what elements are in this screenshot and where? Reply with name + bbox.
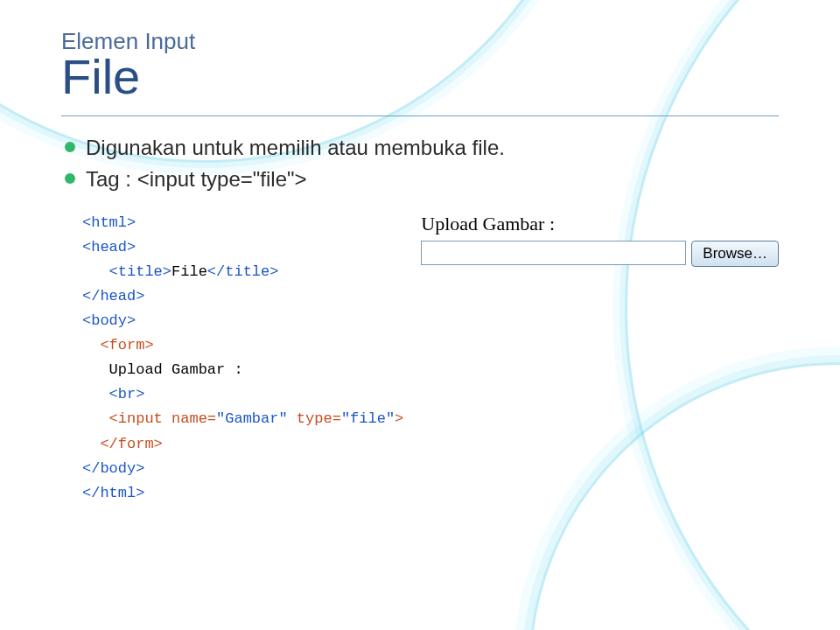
file-path-input[interactable] bbox=[421, 241, 686, 265]
code-token: <br> bbox=[109, 386, 145, 402]
code-token: > bbox=[395, 410, 403, 427]
bullet-list: Digunakan untuk memilih atau membuka fil… bbox=[61, 132, 779, 195]
code-token: </form> bbox=[100, 436, 162, 452]
code-token: <html> bbox=[82, 214, 136, 231]
code-token: <body> bbox=[82, 312, 136, 329]
code-token: "file" bbox=[341, 410, 395, 427]
code-sample: <html><head> <title>File</title></head><… bbox=[79, 207, 403, 506]
code-token: Upload Gambar : bbox=[109, 361, 243, 378]
code-token: <title> bbox=[109, 263, 172, 280]
bullet-item: Digunakan untuk memilih atau membuka fil… bbox=[61, 132, 779, 164]
browse-button[interactable]: Browse… bbox=[691, 241, 779, 267]
code-token: <input bbox=[109, 410, 172, 427]
upload-label: Upload Gambar : bbox=[421, 213, 779, 235]
code-token: </title> bbox=[207, 263, 279, 280]
code-token: <head> bbox=[82, 239, 136, 256]
code-token: name= bbox=[172, 410, 216, 427]
heading-title: File bbox=[61, 52, 779, 103]
slide-heading: Elemen Input File bbox=[61, 30, 779, 103]
code-token: type= bbox=[288, 410, 341, 427]
heading-underline bbox=[61, 116, 779, 116]
heading-overline: Elemen Input bbox=[61, 30, 779, 53]
code-token: </html> bbox=[82, 485, 144, 501]
content-columns: <html><head> <title>File</title></head><… bbox=[79, 207, 779, 506]
file-input-row: Browse… bbox=[421, 241, 779, 267]
rendered-output: Upload Gambar : Browse… bbox=[421, 213, 779, 267]
code-token: </body> bbox=[82, 460, 144, 477]
bullet-item: Tag : <input type="file"> bbox=[61, 164, 779, 195]
code-token: <form> bbox=[100, 337, 153, 354]
code-token: </head> bbox=[82, 288, 144, 304]
code-token: "Gambar" bbox=[216, 410, 288, 427]
code-token: File bbox=[172, 263, 207, 280]
slide: Elemen Input File Digunakan untuk memili… bbox=[0, 0, 840, 630]
